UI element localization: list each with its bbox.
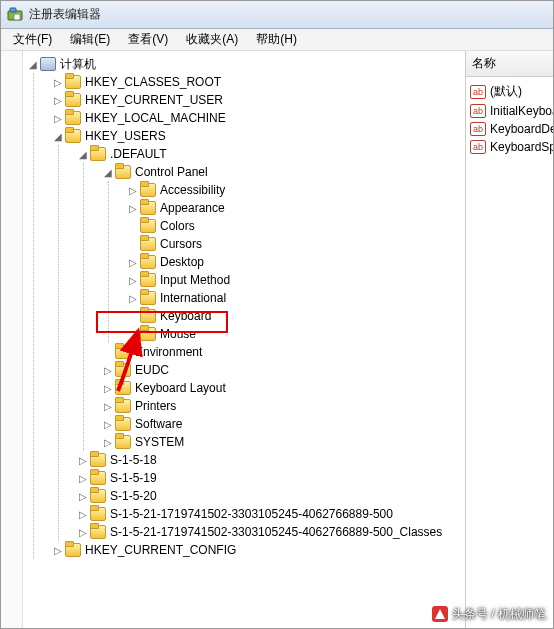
tree-s-1-5-18[interactable]: ▷S-1-5-18 bbox=[77, 451, 465, 469]
window-title: 注册表编辑器 bbox=[29, 6, 101, 23]
folder-icon bbox=[115, 399, 131, 413]
folder-icon bbox=[115, 381, 131, 395]
collapse-icon[interactable]: ◢ bbox=[102, 167, 113, 178]
folder-icon bbox=[115, 165, 131, 179]
collapse-icon[interactable]: ◢ bbox=[27, 59, 38, 70]
folder-icon bbox=[90, 525, 106, 539]
value-keyboard-delay[interactable]: abKeyboardDe bbox=[468, 120, 551, 138]
expand-icon[interactable]: ▷ bbox=[102, 383, 113, 394]
collapse-icon[interactable]: ◢ bbox=[52, 131, 63, 142]
registry-tree[interactable]: ◢ 计算机 ▷HKEY_CLASSES_ROOT ▷HKEY_CURRENT_U… bbox=[23, 51, 465, 628]
tree-colors[interactable]: ▷Colors bbox=[127, 217, 465, 235]
folder-icon bbox=[90, 453, 106, 467]
tree-software[interactable]: ▷Software bbox=[102, 415, 465, 433]
string-value-icon: ab bbox=[470, 140, 486, 154]
value-pane: 名称 ab(默认) abInitialKeyboa abKeyboardDe a… bbox=[465, 51, 553, 628]
value-keyboard-speed[interactable]: abKeyboardSpe bbox=[468, 138, 551, 156]
tree-s-1-5-20[interactable]: ▷S-1-5-20 bbox=[77, 487, 465, 505]
expand-icon[interactable]: ▷ bbox=[127, 203, 138, 214]
tree-hku[interactable]: ◢HKEY_USERS bbox=[52, 127, 465, 145]
value-initial-keyboard[interactable]: abInitialKeyboa bbox=[468, 102, 551, 120]
expand-icon[interactable]: ▷ bbox=[77, 527, 88, 538]
expand-icon[interactable]: ▷ bbox=[77, 509, 88, 520]
expand-icon[interactable]: ▷ bbox=[127, 293, 138, 304]
folder-icon bbox=[65, 543, 81, 557]
folder-icon bbox=[65, 75, 81, 89]
expand-icon[interactable]: ▷ bbox=[77, 491, 88, 502]
folder-icon bbox=[90, 507, 106, 521]
tree-keyboard-layout[interactable]: ▷Keyboard Layout bbox=[102, 379, 465, 397]
watermark-text: 头条号 / 机械师笔 bbox=[432, 604, 546, 623]
expand-icon[interactable]: ▷ bbox=[102, 401, 113, 412]
tree-international[interactable]: ▷International bbox=[127, 289, 465, 307]
tree-hkcc[interactable]: ▷HKEY_CURRENT_CONFIG bbox=[52, 541, 465, 559]
tree-appearance[interactable]: ▷Appearance bbox=[127, 199, 465, 217]
string-value-icon: ab bbox=[470, 122, 486, 136]
expand-icon[interactable]: ▷ bbox=[127, 185, 138, 196]
expand-icon[interactable]: ▷ bbox=[52, 113, 63, 124]
tree-default[interactable]: ◢.DEFAULT bbox=[77, 145, 465, 163]
tree-keyboard[interactable]: ▷Keyboard bbox=[127, 307, 465, 325]
toutiao-icon bbox=[432, 606, 448, 622]
left-gutter bbox=[1, 51, 23, 628]
folder-icon bbox=[115, 345, 131, 359]
svg-rect-2 bbox=[14, 14, 20, 20]
folder-icon bbox=[140, 309, 156, 323]
tree-root-computer[interactable]: ◢ 计算机 bbox=[27, 55, 465, 73]
folder-icon bbox=[90, 489, 106, 503]
expand-icon[interactable]: ▷ bbox=[127, 257, 138, 268]
expand-icon[interactable]: ▷ bbox=[102, 437, 113, 448]
tree-hkcr[interactable]: ▷HKEY_CLASSES_ROOT bbox=[52, 73, 465, 91]
folder-icon bbox=[90, 471, 106, 485]
expand-icon[interactable]: ▷ bbox=[127, 275, 138, 286]
value-default[interactable]: ab(默认) bbox=[468, 81, 551, 102]
tree-sid-500-classes[interactable]: ▷S-1-5-21-1719741502-3303105245-40627668… bbox=[77, 523, 465, 541]
expand-icon[interactable]: ▷ bbox=[102, 419, 113, 430]
regedit-window: 注册表编辑器 文件(F) 编辑(E) 查看(V) 收藏夹(A) 帮助(H) ◢ … bbox=[0, 0, 554, 629]
tree-accessibility[interactable]: ▷Accessibility bbox=[127, 181, 465, 199]
folder-icon bbox=[115, 417, 131, 431]
folder-icon bbox=[65, 93, 81, 107]
folder-icon bbox=[140, 255, 156, 269]
folder-icon bbox=[90, 147, 106, 161]
folder-icon bbox=[115, 435, 131, 449]
tree-mouse[interactable]: ▷Mouse bbox=[127, 325, 465, 343]
expand-icon[interactable]: ▷ bbox=[102, 365, 113, 376]
tree-sid-500[interactable]: ▷S-1-5-21-1719741502-3303105245-40627668… bbox=[77, 505, 465, 523]
svg-rect-1 bbox=[10, 8, 16, 12]
tree-printers[interactable]: ▷Printers bbox=[102, 397, 465, 415]
expand-icon[interactable]: ▷ bbox=[77, 455, 88, 466]
titlebar[interactable]: 注册表编辑器 bbox=[1, 1, 553, 29]
string-value-icon: ab bbox=[470, 104, 486, 118]
computer-icon bbox=[40, 57, 56, 71]
folder-icon bbox=[140, 327, 156, 341]
expand-icon[interactable]: ▷ bbox=[52, 95, 63, 106]
tree-desktop[interactable]: ▷Desktop bbox=[127, 253, 465, 271]
tree-s-1-5-19[interactable]: ▷S-1-5-19 bbox=[77, 469, 465, 487]
expand-icon[interactable]: ▷ bbox=[77, 473, 88, 484]
tree-control-panel[interactable]: ◢Control Panel bbox=[102, 163, 465, 181]
menu-view[interactable]: 查看(V) bbox=[120, 29, 176, 50]
folder-icon bbox=[140, 237, 156, 251]
column-header-name[interactable]: 名称 bbox=[466, 51, 553, 77]
menu-favorites[interactable]: 收藏夹(A) bbox=[178, 29, 246, 50]
folder-icon bbox=[65, 129, 81, 143]
menu-edit[interactable]: 编辑(E) bbox=[62, 29, 118, 50]
tree-hklm[interactable]: ▷HKEY_LOCAL_MACHINE bbox=[52, 109, 465, 127]
folder-icon bbox=[140, 201, 156, 215]
folder-icon bbox=[140, 273, 156, 287]
folder-icon bbox=[65, 111, 81, 125]
tree-environment[interactable]: ▷Environment bbox=[102, 343, 465, 361]
expand-icon[interactable]: ▷ bbox=[52, 545, 63, 556]
tree-system[interactable]: ▷SYSTEM bbox=[102, 433, 465, 451]
folder-icon bbox=[140, 291, 156, 305]
tree-cursors[interactable]: ▷Cursors bbox=[127, 235, 465, 253]
expand-icon[interactable]: ▷ bbox=[52, 77, 63, 88]
tree-input-method[interactable]: ▷Input Method bbox=[127, 271, 465, 289]
menu-file[interactable]: 文件(F) bbox=[5, 29, 60, 50]
collapse-icon[interactable]: ◢ bbox=[77, 149, 88, 160]
menu-help[interactable]: 帮助(H) bbox=[248, 29, 305, 50]
tree-hkcu[interactable]: ▷HKEY_CURRENT_USER bbox=[52, 91, 465, 109]
tree-eudc[interactable]: ▷EUDC bbox=[102, 361, 465, 379]
folder-icon bbox=[140, 219, 156, 233]
